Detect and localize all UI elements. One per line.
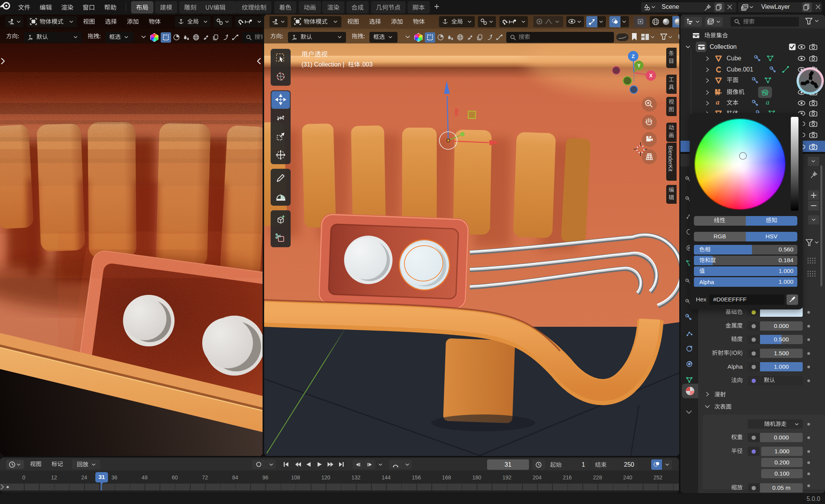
svg-text:Y: Y [637,63,640,68]
svg-text:Z: Z [632,53,635,59]
svg-text:X: X [649,73,653,78]
